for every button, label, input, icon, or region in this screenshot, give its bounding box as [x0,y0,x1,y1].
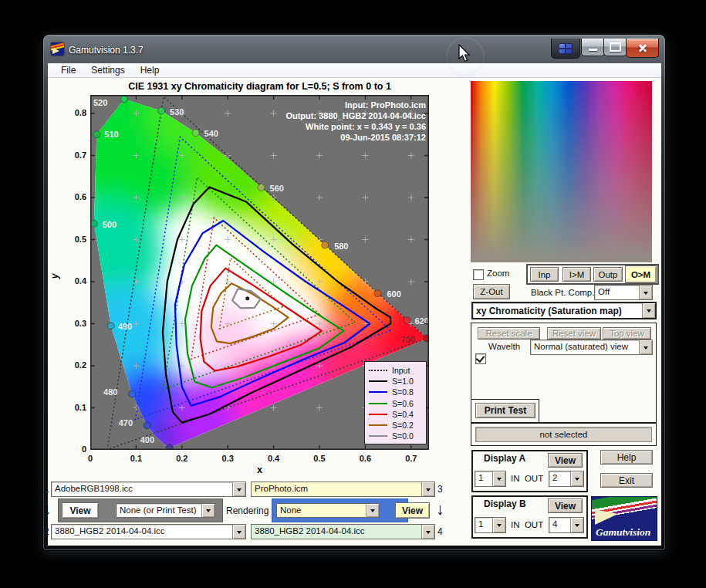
black-pt-comp-select[interactable]: Off [594,285,653,300]
dropdown-arrow-icon[interactable] [639,340,652,354]
legend-line-sample [369,435,387,437]
wavelength-label-470: 470 [119,418,133,427]
reset-view-button[interactable]: Reset view [547,327,601,340]
wavelength-label-700: 700 [401,335,415,344]
display-a-out-select[interactable]: 2 [549,471,584,487]
dropdown-arrow-icon[interactable] [201,504,215,517]
slot1-number: 1 [44,484,49,495]
zoom-checkbox-label: Zoom [487,269,509,278]
display-b-view-button[interactable]: View [548,498,583,513]
i-to-m-button[interactable]: I>M [562,267,591,282]
display-a-inout-label: IN OUT [511,474,543,483]
dropdown-arrow-icon[interactable] [492,518,505,532]
top-view-button[interactable]: Top view [603,327,651,340]
dropdown-arrow-icon[interactable] [492,471,505,486]
maximize-button[interactable] [603,39,627,56]
profile3-select[interactable]: ProPhoto.icm [251,482,435,497]
legend-label: S=1.0 [392,377,414,386]
x-tick-0.5: 0.5 [306,454,333,463]
y-axis-label: y [49,274,60,279]
zoom-checkbox[interactable] [473,269,484,280]
minimize-button[interactable] [581,39,605,56]
close-button[interactable] [626,39,659,58]
legend-label: S=0.8 [392,387,414,397]
y-tick-0.6: 0.6 [62,192,86,201]
profile1-select[interactable]: AdobeRGB1998.icc [51,482,246,497]
legend-row: S=0.6 [369,398,423,409]
black-pt-comp-label: Black Pt. Comp. [531,288,594,297]
exit-button[interactable]: Exit [600,473,653,488]
y-tick-0.3: 0.3 [62,319,86,328]
y-tick-0.7: 0.7 [62,150,86,160]
x-tick-0.7: 0.7 [398,454,424,463]
view-output-button[interactable]: View [395,502,430,519]
dropdown-arrow-icon[interactable] [232,482,245,496]
dropdown-arrow-icon[interactable] [421,525,434,539]
hue-saturation-map[interactable] [471,81,652,262]
dropdown-arrow-icon[interactable] [421,482,434,496]
flow-arrow-left-icon: ↓ [43,502,52,517]
z-out-button[interactable]: Z-Out [473,284,510,299]
wavelength-dot-580 [322,242,329,248]
window-title: Gamutvision 1.3.7 [69,45,144,56]
map-mode-select[interactable]: xy Chromaticity (Saturation map) [471,302,657,319]
display-a-view-button[interactable]: View [548,453,583,468]
reset-scale-button[interactable]: Reset scale [478,327,540,340]
inp-button[interactable]: Inp [530,267,559,282]
display-b-out-select[interactable]: 4 [549,517,584,533]
y-tick-0.4: 0.4 [62,276,86,286]
flow-arrow-right-icon: ↓ [436,502,444,517]
middle-option-select[interactable]: None (or Print Test) [116,503,215,518]
menu-settings[interactable]: Settings [83,65,132,76]
x-tick-0.4: 0.4 [261,454,287,463]
x-tick-0.3: 0.3 [215,454,241,463]
display-a-in-select[interactable]: 1 [475,471,506,487]
help-button[interactable]: Help [600,450,653,465]
status-text: not selected [475,427,652,442]
dropdown-arrow-icon[interactable] [642,303,655,318]
dropdown-arrow-icon[interactable] [232,525,245,539]
display-a-title: Display A [484,453,525,464]
outp-button[interactable]: Outp [593,267,623,282]
legend-row: S=0.2 [369,420,423,431]
dropdown-arrow-icon[interactable] [639,286,652,299]
view-input-button[interactable]: View [62,502,99,519]
close-icon [637,42,648,53]
wavelength-label-520: 520 [93,98,107,107]
wavelength-label-400: 400 [140,435,154,444]
menu-help[interactable]: Help [133,65,167,76]
legend-row: Input [369,365,423,376]
y-tick-0.5: 0.5 [62,235,86,244]
rendering-label: Rendering [226,505,269,516]
rendering-select[interactable]: None [276,503,380,518]
wavelth-checkbox[interactable] [475,353,486,364]
display-a-in-value: 1 [475,471,492,486]
logo-text: Gamutvision [596,526,650,539]
display-switch-button[interactable] [551,39,580,59]
print-test-button[interactable]: Print Test [475,403,535,418]
view-mode-select[interactable]: Normal (saturated) view [530,340,653,355]
display-b-in-select[interactable]: 1 [475,517,506,533]
wavelength-label-490: 490 [118,322,132,331]
wavelength-label-540: 540 [204,129,218,138]
x-tick-0: 0 [77,454,103,463]
legend-label: S=0.2 [392,421,414,430]
display-b-title: Display B [484,498,526,509]
display-b-in-value: 1 [475,518,492,532]
chart-figure: CIE 1931 xy Chromaticity diagram for L=0… [48,78,469,479]
plot-annotations: Input: ProPhoto.icmOutput: 3880_HGB2 201… [285,100,426,143]
plot-annotation-2: White point: x = 0.343 y = 0.36 [285,121,426,132]
legend-row: S=0.0 [369,431,423,441]
o-to-m-button[interactable]: O>M [625,265,657,283]
dropdown-arrow-icon[interactable] [570,518,583,532]
menu-file[interactable]: File [53,65,83,76]
dropdown-arrow-icon[interactable] [570,471,583,486]
legend-row: S=0.4 [369,409,423,420]
wavelength-label-510: 510 [104,130,118,139]
x-axis-label: x [90,465,429,475]
profile4-select[interactable]: 3880_HGB2 2014-04-04.icc [251,524,435,539]
profile2-select[interactable]: 3880_HGB2 2014-04-04.icc [51,524,246,539]
wavelength-dot-490 [107,323,114,329]
plot-annotation-1: Output: 3880_HGB2 2014-04-04.icc [285,110,426,121]
dropdown-arrow-icon[interactable] [366,504,379,517]
